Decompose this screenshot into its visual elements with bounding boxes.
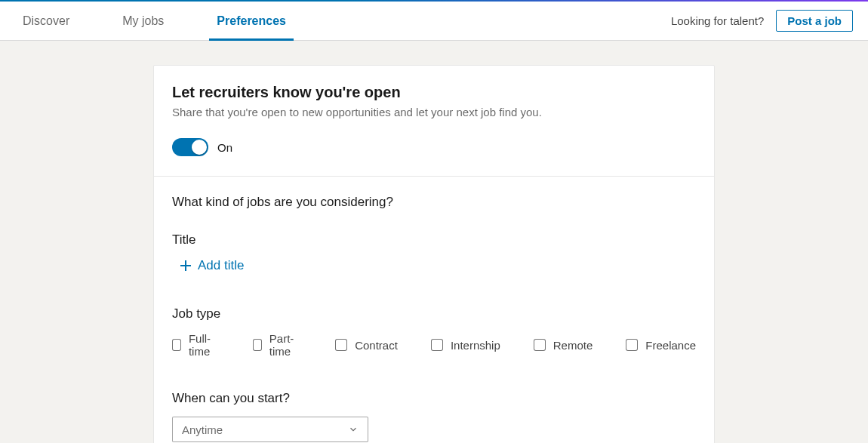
checkbox-icon [172,339,181,351]
jobtype-fulltime[interactable]: Full-time [172,332,220,358]
jobtype-field-label: Job type [172,306,696,321]
tab-label: Preferences [217,14,286,28]
checkbox-icon [431,339,443,351]
tab-label: Discover [23,14,69,28]
start-date-value: Anytime [182,423,359,436]
checkbox-icon [335,339,347,351]
checkbox-label: Full-time [189,332,220,358]
checkbox-label: Part-time [269,332,302,358]
jobtype-contract[interactable]: Contract [335,332,398,358]
preferences-card: Let recruiters know you're open Share th… [153,65,715,443]
checkbox-label: Internship [451,339,500,352]
open-toggle-row: On [172,138,696,156]
start-date-select[interactable]: Anytime [172,417,368,442]
chevron-down-icon [348,424,359,435]
tab-preferences[interactable]: Preferences [209,2,294,41]
checkbox-label: Freelance [645,339,696,352]
plus-icon [180,260,192,272]
checkbox-label: Remote [553,339,593,352]
card-title: Let recruiters know you're open [172,84,696,101]
checkbox-label: Contract [355,339,398,352]
toggle-knob [192,140,207,155]
add-title-label: Add title [198,258,244,273]
card-subtitle: Share that you're open to new opportunit… [172,106,696,118]
checkbox-icon [534,339,546,351]
jobtype-parttime[interactable]: Part-time [253,332,302,358]
card-body: What kind of jobs are you considering? T… [154,177,714,443]
add-title-button[interactable]: Add title [180,258,696,273]
jobtype-freelance[interactable]: Freelance [626,332,696,358]
checkbox-icon [253,339,262,351]
start-date-label: When can you start? [172,391,696,406]
jobs-considering-question: What kind of jobs are you considering? [172,195,696,210]
tab-discover[interactable]: Discover [15,2,77,41]
jobtype-internship[interactable]: Internship [431,332,500,358]
jobtype-remote[interactable]: Remote [534,332,593,358]
jobtype-options: Full-time Part-time Contract Internship … [172,332,696,358]
toggle-label: On [217,141,232,154]
post-job-button[interactable]: Post a job [776,10,853,32]
top-nav: Discover My jobs Preferences Looking for… [0,2,868,41]
tab-my-jobs[interactable]: My jobs [115,2,171,41]
content-area: Let recruiters know you're open Share th… [0,41,868,443]
card-header-section: Let recruiters know you're open Share th… [154,66,714,177]
tab-label: My jobs [122,14,164,28]
title-field-label: Title [172,232,696,248]
talent-prompt: Looking for talent? [671,14,764,27]
open-to-work-toggle[interactable] [172,138,208,156]
checkbox-icon [626,339,638,351]
